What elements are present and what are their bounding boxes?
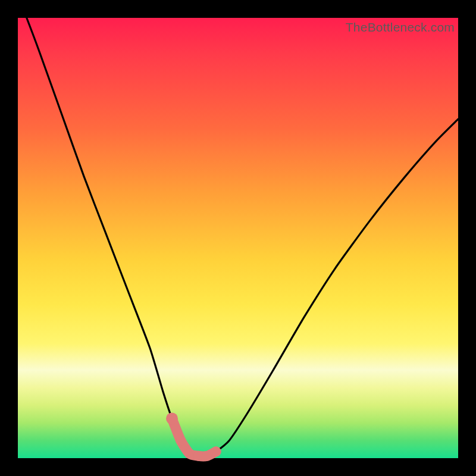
highlight-dot [193, 451, 203, 461]
highlight-dot [184, 449, 195, 459]
chart-frame: TheBottleneck.com [0, 0, 476, 476]
bottleneck-curve-path [18, 0, 458, 456]
highlight-dot [202, 451, 212, 461]
highlight-dot [176, 436, 186, 446]
highlight-dot [211, 446, 221, 456]
bottleneck-curve-svg [18, 18, 458, 458]
highlight-dot [166, 412, 178, 424]
